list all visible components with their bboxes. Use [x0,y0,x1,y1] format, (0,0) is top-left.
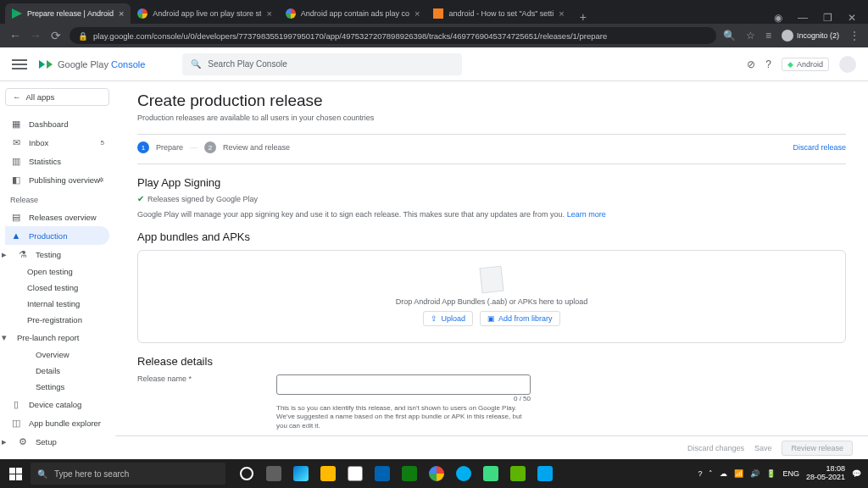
sidebar-label: Settings [36,382,64,391]
wifi-icon[interactable]: 📶 [734,469,743,478]
menu-icon[interactable] [12,59,27,69]
app-chip-label: Android [797,60,823,69]
browser-menu-icon[interactable]: ⋮ [849,30,860,42]
sidebar-item-settings[interactable]: Settings [5,379,109,395]
taskbar-app[interactable] [424,459,449,488]
help-tray-icon[interactable]: ? [698,469,702,478]
volume-icon[interactable]: 🔊 [750,469,760,478]
sidebar-item-inbox[interactable]: ✉Inbox5 [5,133,109,152]
sidebar-item-prelaunch[interactable]: ▾Pre-launch report [5,328,109,347]
sidebar-item-device-catalog[interactable]: ▯Device catalog [5,395,109,413]
sidebar-item-internal-testing[interactable]: Internal testing [5,296,109,312]
clock[interactable]: 18:0828-05-2021 [806,465,845,482]
all-apps-button[interactable]: ←All apps [5,88,109,106]
minimize-icon[interactable]: — [798,12,808,24]
sidebar-item-publishing[interactable]: ◧Publishing overview✲ [5,170,109,189]
browser-tab[interactable]: Prepare release | Android × [5,3,131,24]
sidebar-item-dashboard[interactable]: ▦Dashboard [5,114,109,133]
sidebar-label: App bundle explorer [29,419,101,428]
browser-tab[interactable]: Android app live on play store st × [131,3,279,24]
sidebar-item-statistics[interactable]: ▥Statistics [5,152,109,170]
sidebar-item-bundle-explorer[interactable]: ◫App bundle explorer [5,413,109,432]
help-icon[interactable]: ? [765,58,771,70]
taskbar-app[interactable] [451,459,476,488]
explorer-icon [320,466,336,481]
search-input[interactable]: 🔍 Search Play Console [182,53,462,75]
app-chip[interactable]: ◆Android [782,58,829,71]
save-button[interactable]: Save [754,444,772,452]
cloud-icon[interactable]: ☁ [720,469,727,478]
upload-button[interactable]: ⇪Upload [423,311,473,326]
utorrent-icon [510,466,526,481]
taskbar-search[interactable]: 🔍Type here to search [31,463,225,485]
sidebar-item-details[interactable]: Details [5,363,109,379]
logo-text: Google Play [58,59,108,69]
sidebar-item-overview[interactable]: Overview [5,347,109,363]
search-engine-icon[interactable]: 🔍 [723,30,736,42]
star-icon[interactable]: ☆ [746,30,755,42]
system-tray: ? ˄ ☁ 📶 🔊 🔋 ENG 18:0828-05-2021 💬 [698,465,868,482]
word-icon [537,466,553,481]
new-tab-button[interactable]: + [571,10,595,24]
close-icon[interactable]: × [415,8,420,19]
tab-label: Android app contain ads play co [301,9,409,18]
taskbar-app[interactable] [397,459,422,488]
release-name-input[interactable] [276,374,531,395]
tab-label: android - How to set "Ads" setti [448,9,554,18]
sidebar-item-pre-registration[interactable]: Pre-registration [5,312,109,328]
close-window-icon[interactable]: ✕ [848,12,856,24]
reading-list-icon[interactable]: ≡ [765,30,771,42]
upload-dropzone[interactable]: Drop Android App Bundles (.aab) or APKs … [137,250,846,343]
taskbar-app[interactable] [261,459,287,488]
taskbar-search-placeholder: Type here to search [54,469,129,479]
avatar[interactable] [839,56,856,73]
incognito-label: Incognito (2) [797,31,839,40]
discard-release-link[interactable]: Discard release [793,143,846,152]
notifications-icon[interactable]: 💬 [852,469,861,478]
close-icon[interactable]: × [559,8,564,19]
taskbar-app[interactable] [505,459,531,488]
taskbar-app[interactable] [370,459,395,488]
taskbar-app[interactable] [478,459,504,488]
language-indicator[interactable]: ENG [782,469,799,478]
sidebar-label: Overview [36,350,70,359]
browser-tab[interactable]: Android app contain ads play co × [279,3,427,24]
signing-description: Google Play will manage your app signing… [137,210,846,219]
dropzone-text: Drop Android App Bundles (.aab) or APKs … [396,297,588,306]
start-button[interactable] [0,459,31,488]
battery-icon[interactable]: 🔋 [766,469,776,478]
search-icon: 🔍 [191,59,201,69]
add-from-library-button[interactable]: ▣Add from library [480,311,560,326]
chevron-up-icon[interactable]: ˄ [709,469,713,478]
page: Google Play Console 🔍 Search Play Consol… [0,47,868,459]
sidebar-label: Device catalog [29,400,81,409]
sidebar-item-open-testing[interactable]: Open testing [5,263,109,280]
taskbar-app[interactable] [532,459,558,488]
sidebar-item-setup[interactable]: ▸⚙Setup [5,432,109,451]
helper-text: This is so you can identify this release… [276,404,531,430]
sidebar-label: Pre-registration [27,315,82,324]
link-icon[interactable]: ⊘ [747,58,755,70]
taskbar-app[interactable] [234,459,259,488]
close-icon[interactable]: × [266,8,271,19]
maximize-icon[interactable]: ❐ [823,12,832,24]
taskbar-app[interactable] [342,459,368,488]
sidebar-item-testing[interactable]: ▸⚗Testing [5,245,109,263]
learn-more-link[interactable]: Learn more [567,210,606,219]
browser-tab[interactable]: android - How to set "Ads" setti × [426,3,570,24]
reload-icon[interactable]: ⟳ [49,29,63,42]
close-icon[interactable]: × [119,8,124,19]
record-icon[interactable]: ◉ [774,12,782,24]
back-icon[interactable]: ← [8,29,22,42]
discard-changes-button[interactable]: Discard changes [687,444,744,452]
sidebar: ←All apps ▦Dashboard ✉Inbox5 ▥Statistics… [0,81,115,459]
logo[interactable]: Google Play Console [39,59,145,69]
sidebar-item-closed-testing[interactable]: Closed testing [5,280,109,296]
review-release-button[interactable]: Review release [782,441,853,456]
taskbar-app[interactable] [288,459,314,488]
forward-icon[interactable]: → [29,29,42,42]
sidebar-item-releases-overview[interactable]: ▤Releases overview [5,208,109,226]
url-input[interactable]: 🔒 play.google.com/console/u/0/developers… [70,27,716,44]
sidebar-item-production[interactable]: ▲Production [5,226,109,245]
taskbar-app[interactable] [315,459,341,488]
